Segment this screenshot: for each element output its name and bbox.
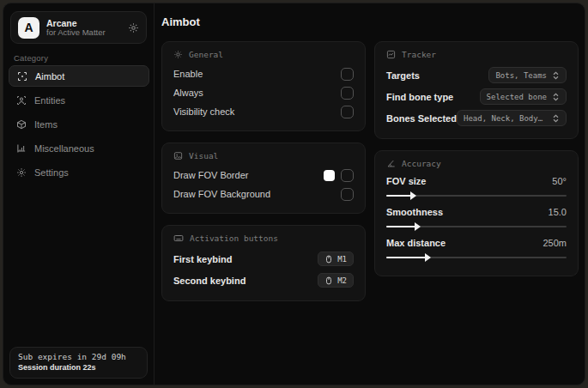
sidebar-item-aimbot[interactable]: Aimbot — [9, 65, 149, 87]
dropdown-value: Bots, Teams — [495, 71, 547, 80]
dropdown-label: Bones Selected — [386, 113, 457, 124]
setting-row: Draw FOV Background — [173, 185, 354, 203]
keyboard-icon — [173, 233, 184, 243]
dropdown-row: Targets Bots, Teams — [386, 64, 567, 86]
sidebar-item-label: Miscellaneous — [34, 143, 94, 154]
card-title: General — [189, 50, 223, 59]
sidebar-item-entities[interactable]: Entities — [9, 89, 149, 111]
visual-card: Visual Draw FOV Border Draw FOV Backgrou… — [161, 142, 366, 214]
slider-row: FOV size 50° — [386, 173, 567, 197]
second-keybind-button[interactable]: M2 — [318, 273, 354, 288]
setting-label: Enable — [173, 69, 203, 79]
gear-icon — [16, 167, 27, 178]
mouse-icon — [324, 276, 333, 285]
brand-card: A Arcane for Active Matter — [10, 11, 147, 44]
sidebar-item-label: Aimbot — [35, 71, 64, 82]
setting-row: Draw FOV Border — [173, 166, 354, 185]
visibility-check-checkbox[interactable] — [341, 106, 354, 118]
bones-selected-dropdown[interactable]: Head, Neck, Body, Pe.. — [457, 110, 567, 126]
draw-fov-border-checkbox[interactable] — [341, 169, 354, 182]
page-title: Aimbot — [161, 15, 200, 28]
subscription-info: Sub expires in 29d 09h Session duration … — [9, 347, 148, 379]
angle-icon — [386, 159, 396, 168]
main-content: Aimbot General Enable — [155, 3, 585, 385]
slider-thumb[interactable] — [415, 222, 421, 231]
setting-label: Always — [173, 88, 203, 98]
app-name: Arcane — [46, 18, 121, 28]
find-bone-type-dropdown[interactable]: Selected bone — [480, 88, 567, 105]
left-column: General Enable Always Visibility check — [161, 41, 366, 301]
sidebar-item-miscellaneous[interactable]: Miscellaneous — [9, 137, 149, 159]
app-logo: A — [18, 17, 39, 39]
slider-row: Max distance 250m — [386, 235, 567, 258]
slider-label: FOV size — [386, 176, 426, 186]
dropdown-value: Head, Neck, Body, Pe.. — [464, 114, 547, 123]
keybind-row: Second keybind M2 — [173, 270, 354, 291]
cube-icon — [16, 119, 27, 130]
setting-label: Draw FOV Background — [173, 189, 270, 199]
setting-label: Visibility check — [173, 106, 234, 117]
mouse-icon — [324, 255, 333, 264]
dropdown-row: Bones Selected Head, Neck, Body, Pe.. — [386, 107, 567, 129]
card-title: Accuracy — [402, 159, 441, 168]
accuracy-card: Accuracy FOV size 50° Smoothne — [374, 150, 579, 276]
slider-label: Max distance — [386, 238, 446, 248]
card-title: Tracker — [402, 50, 436, 59]
sidebar-nav: Aimbot Entities — [9, 65, 149, 183]
fov-size-slider[interactable] — [386, 195, 567, 197]
smoothness-slider[interactable] — [386, 226, 567, 227]
dropdown-row: Find bone type Selected bone — [386, 86, 567, 107]
sidebar-item-label: Items — [34, 119, 58, 130]
sidebar-item-label: Settings — [34, 167, 69, 178]
chart-icon — [16, 143, 27, 154]
keybind-value: M1 — [337, 255, 347, 264]
slider-label: Smoothness — [386, 207, 443, 217]
always-checkbox[interactable] — [341, 87, 354, 100]
card-title: Activation buttons — [190, 233, 278, 243]
slider-thumb[interactable] — [425, 253, 431, 262]
keybind-label: First keybind — [173, 254, 232, 264]
enable-checkbox[interactable] — [341, 68, 354, 81]
keybind-value: M2 — [337, 276, 347, 285]
slider-row: Smoothness 15.0 — [386, 204, 567, 227]
visual-icon — [173, 151, 183, 161]
sub-expiry-text: Sub expires in 29d 09h — [18, 352, 139, 361]
draw-fov-background-checkbox[interactable] — [341, 188, 354, 201]
activation-buttons-card: Activation buttons First keybind M1 — [161, 225, 366, 301]
slider-value: 15.0 — [549, 207, 567, 217]
selector-icon — [552, 114, 560, 123]
setting-row: Visibility check — [173, 102, 354, 121]
setting-row: Always — [173, 83, 354, 102]
sidebar: A Arcane for Active Matter Category — [3, 3, 155, 385]
selector-icon — [552, 93, 560, 101]
person-scan-icon — [16, 95, 27, 106]
selector-icon — [552, 71, 560, 80]
sidebar-item-settings[interactable]: Settings — [9, 161, 149, 183]
dropdown-value: Selected bone — [487, 93, 547, 101]
sidebar-item-items[interactable]: Items — [9, 113, 149, 135]
slider-thumb[interactable] — [410, 191, 416, 200]
max-distance-slider[interactable] — [386, 257, 567, 258]
dropdown-label: Find bone type — [386, 92, 453, 102]
slider-value: 250m — [543, 238, 567, 248]
slider-value: 50° — [552, 176, 567, 186]
tracker-icon — [386, 50, 396, 59]
gear-icon[interactable] — [128, 22, 139, 33]
crosshair-icon — [17, 71, 27, 82]
app-subtitle: for Active Matter — [46, 28, 121, 38]
sidebar-item-label: Entities — [34, 95, 65, 106]
keybind-row: First keybind M1 — [173, 248, 354, 270]
keybind-label: Second keybind — [173, 276, 246, 286]
tracker-card: Tracker Targets Bots, Teams Find bone — [374, 41, 579, 139]
first-keybind-button[interactable]: M1 — [318, 252, 354, 266]
right-column: Tracker Targets Bots, Teams Find bone — [374, 41, 579, 276]
fov-border-color-swatch[interactable] — [324, 170, 335, 181]
targets-dropdown[interactable]: Bots, Teams — [488, 67, 567, 83]
dropdown-label: Targets — [386, 70, 420, 81]
setting-row: Enable — [173, 64, 354, 83]
card-title: Visual — [189, 151, 218, 161]
session-duration-text: Session duration 22s — [18, 363, 139, 372]
category-label: Category — [14, 53, 48, 63]
general-card: General Enable Always Visibility check — [161, 41, 366, 131]
setting-label: Draw FOV Border — [173, 170, 248, 180]
